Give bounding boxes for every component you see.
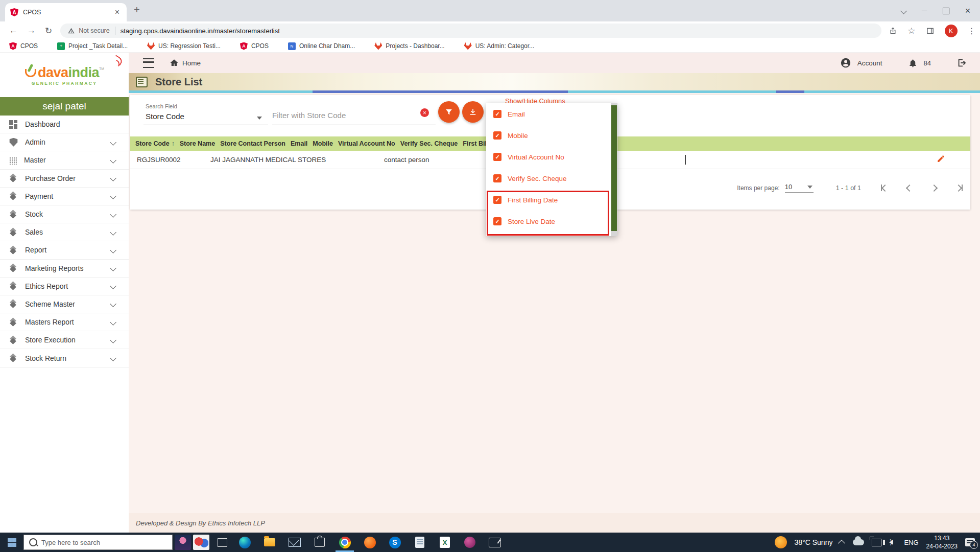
table-header-cell[interactable]: Virtual Account No ↑ <box>333 140 395 147</box>
sidebar-item[interactable]: Admin <box>0 133 129 151</box>
network-icon[interactable] <box>872 539 881 546</box>
verify-cheque-checkbox[interactable] <box>685 155 686 165</box>
address-bar[interactable]: Not secure staging.cpos.davaindiaonline.… <box>60 24 881 38</box>
chrome-icon[interactable] <box>339 536 351 548</box>
tab-close-icon[interactable]: × <box>113 8 122 16</box>
notification-bell-icon[interactable] <box>908 58 918 68</box>
tray-chevron-icon[interactable] <box>838 540 845 547</box>
hamburger-menu-icon[interactable] <box>143 58 154 68</box>
news-thumbnail[interactable] <box>175 535 191 550</box>
logout-icon[interactable] <box>957 57 968 68</box>
excel-icon[interactable]: X <box>439 536 451 548</box>
action-center-icon[interactable]: 4 <box>965 538 975 546</box>
share-icon[interactable] <box>889 27 897 35</box>
edit-pencil-icon[interactable] <box>937 154 945 163</box>
table-header-cell[interactable]: Email ↑ <box>285 140 307 147</box>
notepad-icon[interactable] <box>414 536 426 548</box>
table-header-cell[interactable]: Store Code ↑ <box>130 140 175 147</box>
bookmark-item[interactable]: A CPOS <box>236 41 273 52</box>
bookmark-item[interactable]: US: Regression Testi... <box>143 41 225 52</box>
download-button[interactable] <box>462 101 484 123</box>
not-secure-label[interactable]: Not secure <box>79 27 109 34</box>
tab-search-chevron-icon[interactable] <box>900 8 907 14</box>
speaker-icon[interactable] <box>889 540 893 545</box>
table-header-cell[interactable]: Store Name ↑ <box>175 140 215 147</box>
window-minimize-button[interactable]: ─ <box>920 7 928 15</box>
forward-button[interactable]: → <box>27 26 36 36</box>
sidebar-item[interactable]: Payment <box>0 188 129 205</box>
berry-app-icon[interactable] <box>464 536 476 548</box>
next-page-button[interactable] <box>929 183 939 193</box>
last-page-button[interactable] <box>954 183 963 193</box>
account-icon[interactable] <box>840 57 851 68</box>
sidebar-item[interactable]: Sales <box>0 223 129 241</box>
first-page-button[interactable] <box>880 183 890 193</box>
scrollbar-thumb[interactable] <box>611 105 617 231</box>
bookmark-item[interactable]: + Project _Task Detail... <box>53 41 132 52</box>
filter-button[interactable] <box>438 101 460 123</box>
items-per-page-select[interactable]: 10 <box>785 183 814 193</box>
language-indicator[interactable]: ENG <box>904 539 918 546</box>
sidebar-item[interactable]: Store Execution <box>0 331 129 349</box>
table-header-cell[interactable]: Verify Sec. Cheque ↑ <box>395 140 458 147</box>
browser-tab[interactable]: A CPOS × <box>5 3 127 21</box>
file-explorer-icon[interactable] <box>264 536 276 548</box>
widget-thumbnail[interactable] <box>193 535 209 550</box>
column-toggle-item[interactable]: ✓ Email <box>486 103 611 125</box>
back-button[interactable]: ← <box>9 26 18 36</box>
account-label[interactable]: Account <box>857 59 882 67</box>
bookmark-item[interactable]: N Online Char Dham... <box>284 41 359 52</box>
taskbar-search-box[interactable]: Type here to search <box>23 535 173 550</box>
clear-filter-icon[interactable]: × <box>420 108 429 117</box>
column-toggle-item[interactable]: ✓ Verify Sec. Cheque <box>486 168 611 189</box>
checkbox-checked-icon[interactable]: ✓ <box>493 131 501 140</box>
sidebar-item[interactable]: Purchase Order <box>0 170 129 188</box>
store-icon[interactable] <box>314 536 326 548</box>
home-breadcrumb[interactable]: Home <box>170 58 201 67</box>
new-tab-button[interactable]: + <box>134 4 140 16</box>
sidebar-item[interactable]: Stock <box>0 205 129 223</box>
select-arrow-icon[interactable] <box>257 117 262 120</box>
start-button[interactable] <box>0 533 23 552</box>
column-toggle-item[interactable]: ✓ Virtual Account No <box>486 146 611 168</box>
browser-profile-avatar[interactable]: K <box>945 25 958 37</box>
side-panel-icon[interactable] <box>926 27 935 35</box>
browser-menu-icon[interactable]: ⋮ <box>968 26 976 36</box>
sidebar-item[interactable]: Report <box>0 241 129 259</box>
checkbox-checked-icon[interactable]: ✓ <box>493 174 501 182</box>
skype-icon[interactable]: S <box>389 536 401 548</box>
weather-text[interactable]: 38°C Sunny <box>795 538 833 546</box>
sidebar-item[interactable]: Masters Report <box>0 313 129 331</box>
bookmark-star-icon[interactable]: ☆ <box>907 26 915 36</box>
bookmark-item[interactable]: A CPOS <box>5 41 42 52</box>
clock[interactable]: 13:43 24-04-2023 <box>926 534 958 550</box>
url-text[interactable]: staging.cpos.davaindiaonline.in/master/s… <box>121 27 280 35</box>
edge-icon[interactable] <box>238 536 251 548</box>
mail-icon[interactable] <box>289 536 301 548</box>
pen-tablet-icon[interactable] <box>489 536 501 548</box>
reload-button[interactable]: ↻ <box>45 26 52 36</box>
sidebar-item[interactable]: Marketing Reports <box>0 260 129 278</box>
checkbox-checked-icon[interactable]: ✓ <box>493 110 501 118</box>
browser-orange-icon[interactable] <box>364 536 376 548</box>
sidebar-item[interactable]: Scheme Master <box>0 295 129 313</box>
search-field-select[interactable]: Store Code <box>146 112 184 121</box>
sidebar-item[interactable]: Dashboard <box>0 116 129 133</box>
task-view-icon[interactable] <box>218 538 227 547</box>
weather-sun-icon[interactable] <box>775 536 787 548</box>
dropdown-scrollbar[interactable] <box>611 103 617 236</box>
table-header-cell[interactable]: Store Contact Person ↑ <box>215 140 285 147</box>
window-maximize-button[interactable] <box>943 8 949 14</box>
bookmark-item[interactable]: Projects - Dashboar... <box>370 41 448 52</box>
sidebar-item[interactable]: Stock Return <box>0 349 129 367</box>
onedrive-cloud-icon[interactable] <box>853 539 864 545</box>
window-close-button[interactable]: × <box>964 6 972 16</box>
sidebar-item[interactable]: Ethics Report <box>0 278 129 295</box>
filter-input[interactable]: Filter with Store Code <box>272 111 346 120</box>
previous-page-button[interactable] <box>905 183 914 193</box>
checkbox-checked-icon[interactable]: ✓ <box>493 153 501 161</box>
table-header-cell[interactable]: Mobile ↑ <box>307 140 333 147</box>
bookmark-item[interactable]: US: Admin: Categor... <box>460 41 538 52</box>
sidebar-item[interactable]: Master <box>0 151 129 169</box>
column-toggle-item[interactable]: ✓ Mobile <box>486 125 611 146</box>
